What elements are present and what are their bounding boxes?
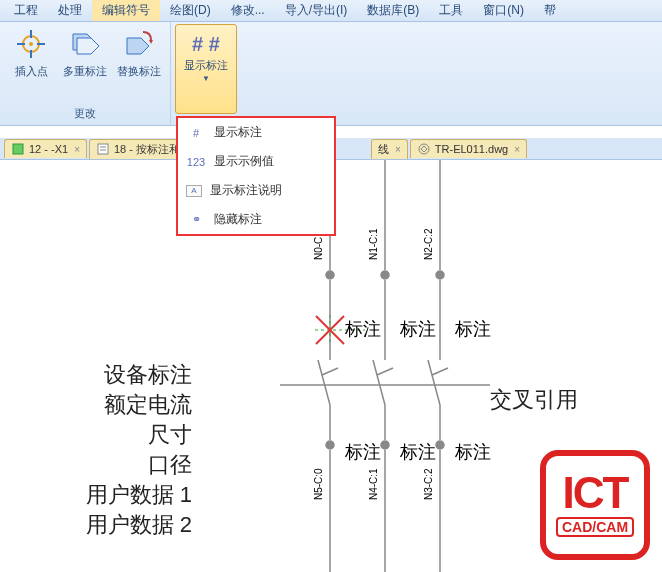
dropdown-hide-label[interactable]: ⚭ 隐藏标注: [178, 205, 334, 234]
show-label-label: 显示标注: [184, 58, 228, 72]
sheet-icon: [96, 142, 110, 156]
close-icon[interactable]: ×: [395, 144, 401, 155]
svg-point-26: [381, 441, 389, 449]
menu-project[interactable]: 工程: [4, 0, 48, 21]
menu-window[interactable]: 窗口(N): [473, 0, 534, 21]
logo-text: ICT: [563, 473, 628, 513]
svg-point-21: [381, 271, 389, 279]
svg-text:标注: 标注: [344, 319, 381, 339]
cross-reference-label: 交叉引用: [490, 385, 578, 415]
target-icon: [15, 28, 47, 60]
dwg-icon: [417, 142, 431, 156]
svg-marker-6: [149, 40, 153, 44]
dropdown-item-label: 显示标注说明: [210, 182, 282, 199]
dropdown-show-example[interactable]: 123 显示示例值: [178, 147, 334, 176]
ribbon: 插入点 多重标注 替换标注 更改 # # 显示标注 ▼: [0, 22, 662, 126]
ribbon-group-show: # # 显示标注 ▼: [171, 22, 241, 125]
close-icon[interactable]: ×: [74, 144, 80, 155]
menu-process[interactable]: 处理: [48, 0, 92, 21]
annot-rated-current: 额定电流: [86, 390, 192, 420]
annot-bore: 口径: [86, 450, 192, 480]
chevron-down-icon: ▼: [202, 74, 210, 83]
tag-swap-icon: [123, 28, 155, 60]
annot-size: 尺寸: [86, 420, 192, 450]
show-label-dropdown: # 显示标注 123 显示示例值 A 显示标注说明 ⚭ 隐藏标注: [176, 116, 336, 236]
svg-line-16: [322, 368, 338, 375]
svg-line-32: [432, 368, 448, 375]
menu-help[interactable]: 帮: [534, 0, 566, 21]
menu-tools[interactable]: 工具: [429, 0, 473, 21]
symbol-annotations: 设备标注 额定电流 尺寸 口径 用户数据 1 用户数据 2: [86, 360, 192, 540]
tab-12-x1[interactable]: 12 - -X1 ×: [4, 139, 87, 158]
dropdown-item-label: 隐藏标注: [214, 211, 262, 228]
svg-text:N3-C:2: N3-C:2: [423, 468, 434, 500]
replace-label-label: 替换标注: [117, 64, 161, 78]
svg-text:标注: 标注: [399, 442, 436, 462]
hide-icon: ⚭: [186, 212, 206, 228]
tags-icon: [69, 28, 101, 60]
tab-label: 12 - -X1: [29, 143, 68, 155]
svg-point-29: [436, 271, 444, 279]
svg-text:N1-C:1: N1-C:1: [368, 228, 379, 260]
hash-icon: #: [186, 125, 206, 141]
menubar: 工程 处理 编辑符号 绘图(D) 修改... 导入/导出(I) 数据库(B) 工…: [0, 0, 662, 22]
svg-text:标注: 标注: [344, 442, 381, 462]
sheet-icon: [11, 142, 25, 156]
svg-rect-7: [13, 144, 23, 154]
svg-line-15: [318, 360, 330, 405]
menu-modify[interactable]: 修改...: [221, 0, 275, 21]
dropdown-item-label: 显示示例值: [214, 153, 274, 170]
tab-dwg[interactable]: TR-EL011.dwg ×: [410, 139, 527, 158]
tab-label: 线: [378, 142, 389, 157]
annot-device: 设备标注: [86, 360, 192, 390]
svg-text:标注: 标注: [399, 319, 436, 339]
ribbon-group-modify: 插入点 多重标注 替换标注 更改: [0, 22, 171, 125]
menu-draw[interactable]: 绘图(D): [160, 0, 221, 21]
logo-subtext: CAD/CAM: [556, 517, 634, 537]
multi-label-button[interactable]: 多重标注: [58, 24, 112, 82]
svg-text:标注: 标注: [454, 319, 491, 339]
svg-line-31: [428, 360, 440, 405]
svg-text:N2-C:2: N2-C:2: [423, 228, 434, 260]
insert-point-button[interactable]: 插入点: [4, 24, 58, 82]
menu-import-export[interactable]: 导入/导出(I): [275, 0, 358, 21]
multi-label-label: 多重标注: [63, 64, 107, 78]
num-icon: 123: [186, 154, 206, 170]
svg-line-24: [377, 368, 393, 375]
menu-database[interactable]: 数据库(B): [357, 0, 429, 21]
svg-text:N4-C:1: N4-C:1: [368, 468, 379, 500]
svg-point-13: [326, 271, 334, 279]
show-label-button[interactable]: # # 显示标注 ▼: [175, 24, 237, 114]
tab-line[interactable]: 线 ×: [371, 139, 408, 159]
dropdown-show-label[interactable]: # 显示标注: [178, 118, 334, 147]
textbox-icon: A: [186, 185, 202, 197]
tab-label: TR-EL011.dwg: [435, 143, 508, 155]
svg-point-18: [326, 441, 334, 449]
ribbon-group-modify-label: 更改: [0, 104, 170, 125]
menu-edit-symbol[interactable]: 编辑符号: [92, 0, 160, 21]
annot-userdata-2: 用户数据 2: [86, 510, 192, 540]
svg-point-5: [29, 42, 33, 46]
insert-point-label: 插入点: [15, 64, 48, 78]
svg-text:标注: 标注: [454, 442, 491, 462]
svg-text:N5-C:0: N5-C:0: [313, 468, 324, 500]
close-icon[interactable]: ×: [514, 144, 520, 155]
replace-label-button[interactable]: 替换标注: [112, 24, 166, 82]
svg-point-34: [436, 441, 444, 449]
dropdown-show-desc[interactable]: A 显示标注说明: [178, 176, 334, 205]
hash-icon: # #: [192, 33, 220, 56]
dropdown-item-label: 显示标注: [214, 124, 262, 141]
annot-userdata-1: 用户数据 1: [86, 480, 192, 510]
ict-logo: ICT CAD/CAM: [540, 450, 650, 560]
svg-line-23: [373, 360, 385, 405]
svg-rect-8: [98, 144, 108, 154]
